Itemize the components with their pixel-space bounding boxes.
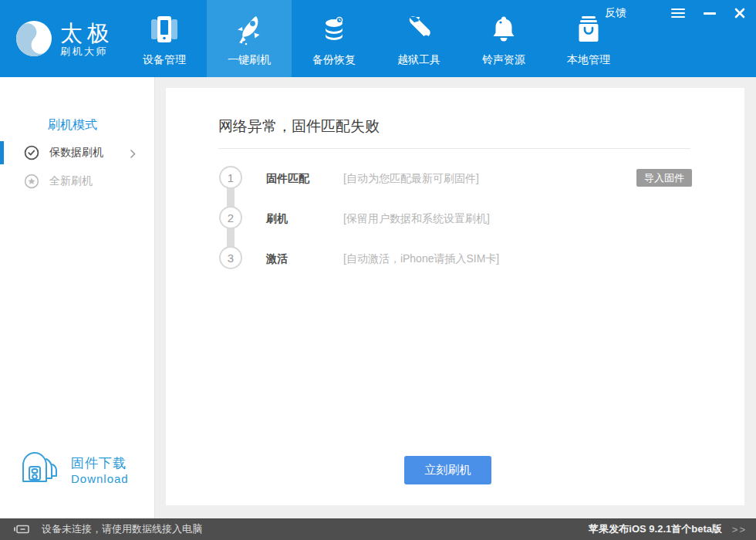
rocket-icon <box>232 12 266 48</box>
tab-label: 铃声资源 <box>482 53 525 67</box>
step-1-desc: [自动为您匹配最新可刷固件] <box>343 172 479 186</box>
chevron-right-icon <box>130 148 136 162</box>
bell-icon <box>487 12 521 48</box>
firmware-download-link[interactable]: 固件下载 Download <box>19 446 129 494</box>
firmware-download-label: 固件下载 <box>71 454 129 472</box>
tab-one-click-flash[interactable]: 一键刷机 <box>207 0 292 77</box>
tab-label: 越狱工具 <box>397 53 440 67</box>
app-subtitle: 刷机大师 <box>60 45 114 59</box>
news-more-link[interactable]: >> <box>732 524 747 535</box>
flash-panel: 网络异常，固件匹配失败 1 固件匹配 [自动为您匹配最新可刷固件] 2 刷机 [… <box>166 88 744 505</box>
sidebar-item-keep-data-flash[interactable]: 保数据刷机 <box>0 142 154 164</box>
sidebar: 刷机模式 保数据刷机 全新刷机 <box>0 77 155 518</box>
storage-box-icon <box>572 12 606 48</box>
step-1-circle: 1 <box>219 166 242 189</box>
sidebar-item-label: 全新刷机 <box>49 174 93 188</box>
news-link[interactable]: 苹果发布iOS 9.2.1首个beta版 <box>589 522 722 536</box>
app-title: 太极 <box>60 22 114 45</box>
step-2-desc: [保留用户数据和系统设置刷机] <box>343 212 490 226</box>
title-divider <box>218 148 690 149</box>
tab-label: 一键刷机 <box>228 53 271 67</box>
app-logo: 太极 刷机大师 <box>15 20 114 60</box>
close-icon[interactable] <box>734 8 745 19</box>
usb-cable-icon <box>14 525 31 534</box>
check-circle-icon <box>24 145 39 160</box>
status-bar: 设备未连接，请使用数据线接入电脑 苹果发布iOS 9.2.1首个beta版 >> <box>0 518 756 540</box>
tab-label: 备份恢复 <box>312 53 356 67</box>
tab-ringtone-resources[interactable]: 铃声资源 <box>461 0 546 77</box>
tab-label: 本地管理 <box>567 53 610 67</box>
wrench-icon <box>402 12 436 48</box>
flash-now-button[interactable]: 立刻刷机 <box>404 456 491 484</box>
app-header: 太极 刷机大师 设备管理 <box>0 0 756 77</box>
flash-mode-title: 刷机模式 <box>48 117 97 133</box>
import-firmware-button[interactable]: 导入固件 <box>636 169 692 187</box>
error-title: 网络异常，固件匹配失败 <box>218 116 380 137</box>
feedback-link[interactable]: 反馈 <box>605 6 626 20</box>
minimize-icon[interactable] <box>704 12 716 15</box>
step-3-label: 激活 <box>266 252 288 266</box>
step-3-desc: [自动激活，iPhone请插入SIM卡] <box>343 252 499 266</box>
phone-icon <box>147 12 181 48</box>
step-1-label: 固件匹配 <box>266 172 309 186</box>
step-2-circle: 2 <box>219 206 242 229</box>
tab-label: 设备管理 <box>143 53 186 67</box>
sidebar-item-fresh-flash[interactable]: 全新刷机 <box>0 170 154 192</box>
taiji-logo-icon <box>15 20 52 60</box>
tab-jailbreak-tools[interactable]: 越狱工具 <box>376 0 461 77</box>
step-3-circle: 3 <box>219 246 242 269</box>
sidebar-item-label: 保数据刷机 <box>49 146 103 160</box>
step-2-label: 刷机 <box>266 212 288 226</box>
firmware-stack-icon <box>19 446 62 494</box>
tab-backup-restore[interactable]: 备份恢复 <box>292 0 376 77</box>
database-icon <box>317 12 351 48</box>
firmware-download-sublabel: Download <box>71 472 129 485</box>
main-nav: 设备管理 一键刷机 <box>122 0 631 77</box>
star-circle-icon <box>24 174 39 189</box>
menu-icon[interactable] <box>671 6 685 19</box>
device-status-text: 设备未连接，请使用数据线接入电脑 <box>42 522 202 536</box>
tab-device-manage[interactable]: 设备管理 <box>122 0 207 77</box>
